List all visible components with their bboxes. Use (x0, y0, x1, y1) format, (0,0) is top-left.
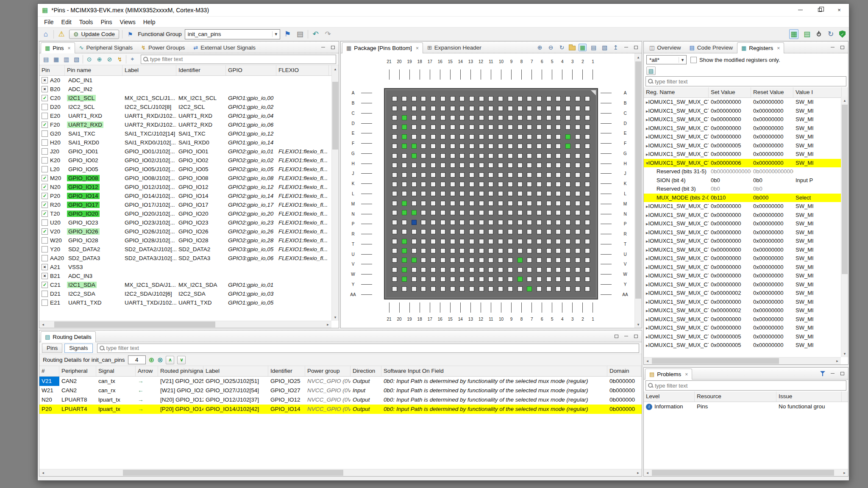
package-pin[interactable] (565, 115, 570, 120)
package-pin[interactable] (459, 172, 465, 177)
package-pin[interactable] (517, 125, 523, 130)
package-pin[interactable] (565, 220, 570, 225)
register-row[interactable]: ▸IOMUXC1_SW_MUX_CTL0x000000000x00000000S… (644, 211, 848, 220)
package-pin[interactable] (412, 96, 417, 101)
maximize-view-icon[interactable] (329, 44, 336, 51)
package-pin[interactable] (450, 267, 455, 272)
package-pin[interactable] (488, 267, 493, 272)
package-pin[interactable] (556, 134, 561, 139)
move-down-button[interactable]: ∨ (177, 356, 186, 364)
package-pin[interactable] (585, 201, 590, 206)
package-pin[interactable] (469, 115, 474, 120)
package-pin[interactable] (585, 286, 590, 291)
package-pin[interactable] (450, 220, 455, 225)
package-pin[interactable] (527, 267, 532, 272)
package-pin[interactable] (392, 248, 397, 253)
package-pin[interactable] (440, 125, 445, 130)
package-pin[interactable] (479, 106, 484, 111)
scroll-thumb[interactable] (652, 470, 834, 476)
package-pin[interactable] (498, 229, 503, 234)
package-pin[interactable] (537, 191, 542, 196)
package-pin[interactable] (488, 153, 493, 158)
modified-only-checkbox[interactable]: Show the modified registers only. (690, 57, 780, 63)
menu-item-tools[interactable]: Tools (75, 17, 97, 27)
package-pin[interactable] (556, 258, 561, 263)
register-row[interactable]: ▸IOMUXC1_SW_MUX_CTL0x000000000x00000000S… (644, 315, 848, 324)
package-pin[interactable] (421, 258, 426, 263)
package-pin[interactable] (508, 163, 513, 168)
package-pin[interactable] (469, 267, 474, 272)
package-pin[interactable] (421, 125, 426, 130)
register-details-icon[interactable]: ▤ (646, 67, 656, 75)
pins-table-row[interactable]: ✓C21I2C1_SDAMX_I2C1_SDA/J1...MX_I2C1_SDA… (39, 280, 339, 289)
minimize-view-icon[interactable] (829, 44, 836, 51)
package-pin[interactable] (392, 277, 397, 282)
pin-checkbox[interactable] (42, 246, 48, 252)
package-pin[interactable] (575, 267, 580, 272)
package-pin[interactable] (556, 220, 561, 225)
package-pin[interactable] (508, 277, 513, 282)
locate-pin-icon[interactable]: ⌖ (128, 55, 136, 63)
package-pin[interactable] (517, 239, 523, 244)
package-pin[interactable] (488, 125, 493, 130)
package-pin[interactable] (440, 258, 445, 263)
package-pin[interactable] (392, 163, 397, 168)
grid-view-icon[interactable]: ▦ (52, 56, 60, 63)
package-pin[interactable] (498, 172, 503, 177)
package-pin[interactable] (440, 220, 445, 225)
pin-checkbox[interactable]: ✓ (42, 122, 48, 128)
package-pin[interactable] (556, 191, 561, 196)
package-pin[interactable] (421, 201, 426, 206)
package-pin[interactable] (575, 144, 580, 149)
pins-table-row[interactable]: E20UART1_RXDUART1_RXD/J102...UART1_RXDGP… (39, 111, 339, 120)
package-pin[interactable] (479, 115, 484, 120)
package-pin[interactable] (517, 258, 523, 263)
pins-table-row[interactable]: ✓V20GPIO_IO26GPIO_IO26/J102[...GPIO_IO26… (39, 227, 339, 236)
register-row[interactable]: ▸IOMUXC1_SW_MUX_CTL0x000000000x00000000S… (644, 254, 848, 263)
package-pin[interactable] (537, 153, 542, 158)
package-pin[interactable] (488, 229, 493, 234)
maximize-view-icon[interactable] (839, 44, 846, 51)
package-pin[interactable] (402, 248, 407, 253)
package-pin[interactable] (575, 182, 580, 187)
package-pin[interactable] (537, 163, 542, 168)
pins-horizontal-scrollbar[interactable]: ◂ ▸ (39, 321, 331, 328)
package-pin[interactable] (412, 153, 417, 158)
package-pin[interactable] (565, 248, 570, 253)
package-pin[interactable] (488, 134, 493, 139)
package-pin[interactable] (546, 106, 551, 111)
package-pin[interactable] (537, 172, 542, 177)
package-pin[interactable] (440, 239, 445, 244)
package-pin[interactable] (556, 229, 561, 234)
package-pin[interactable] (565, 258, 570, 263)
table-view-icon[interactable]: ▤ (42, 56, 50, 63)
package-pin[interactable] (527, 229, 532, 234)
package-pin[interactable] (479, 210, 484, 215)
minimize-view-icon[interactable] (623, 44, 629, 51)
package-pin[interactable] (431, 248, 436, 253)
registers-filter-input[interactable] (655, 77, 846, 86)
package-pin[interactable] (585, 258, 590, 263)
package-pin[interactable] (556, 115, 561, 120)
package-pin[interactable] (508, 267, 513, 272)
package-pin[interactable] (421, 229, 426, 234)
package-pin[interactable] (575, 258, 580, 263)
package-pin[interactable] (546, 134, 551, 139)
package-pin[interactable] (556, 248, 561, 253)
package-pin[interactable] (421, 144, 426, 149)
package-pin[interactable] (556, 153, 561, 158)
package-pin[interactable] (565, 163, 570, 168)
package-pin[interactable] (575, 248, 580, 253)
pins-filter-input[interactable] (150, 55, 336, 64)
column-header[interactable]: Signal (96, 366, 136, 376)
package-pin[interactable] (479, 277, 484, 282)
scroll-down-icon[interactable]: ▾ (635, 321, 642, 328)
scroll-left-icon[interactable]: ◂ (644, 469, 651, 476)
package-pin[interactable] (431, 267, 436, 272)
column-header[interactable]: Set Value (709, 87, 751, 97)
column-header[interactable]: Power group (305, 366, 351, 376)
package-pin[interactable] (488, 201, 493, 206)
pin-checkbox[interactable]: ✓ (42, 175, 48, 181)
package-pin[interactable] (440, 210, 445, 215)
package-pin[interactable] (546, 125, 551, 130)
